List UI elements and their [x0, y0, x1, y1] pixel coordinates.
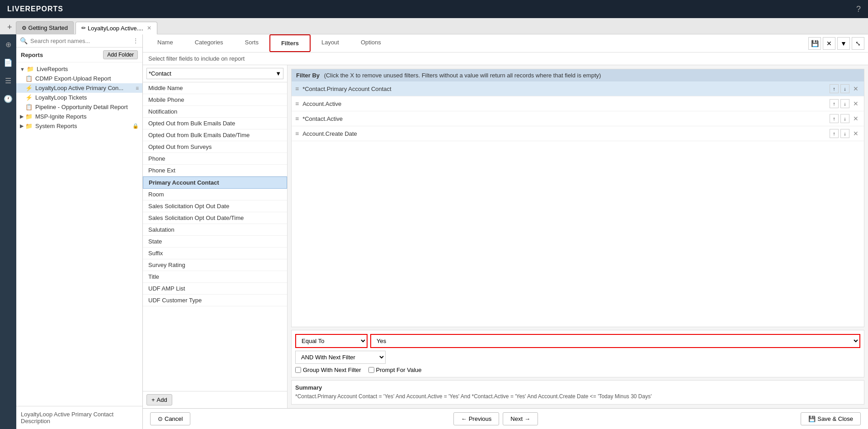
filter-down-3[interactable]: ↓	[840, 114, 849, 123]
cancel-button[interactable]: ⊙ Cancel	[150, 412, 190, 425]
sidebar-clock-icon[interactable]: 🕐	[2, 92, 14, 105]
filter-row-account-create-date[interactable]: ≡ Account.Create Date ↑ ↓ ✕	[292, 126, 864, 141]
filter-row-label-2: Account.Active	[302, 100, 826, 107]
tab-getting-started[interactable]: ⚙ Getting Started	[16, 21, 74, 34]
tree-more-loyaltyloop[interactable]: ≡	[136, 85, 139, 91]
tree-label-tickets: LoyaltyLoop Tickets	[35, 94, 139, 101]
field-list-panel: *Contact ▼ Middle Name Mobile Phone Noti…	[143, 65, 288, 408]
filter-down-1[interactable]: ↓	[840, 84, 849, 93]
field-source-dropdown[interactable]: *Contact ▼	[146, 68, 283, 79]
filter-remove-4[interactable]: ✕	[851, 129, 860, 138]
add-field-button[interactable]: + Add	[146, 394, 172, 405]
tab-bar: + ⚙ Getting Started ✏ LoyaltyLoop Active…	[0, 18, 868, 34]
filter-down-4[interactable]: ↓	[840, 129, 849, 138]
field-item-notification[interactable]: Notification	[143, 106, 287, 118]
field-source-selector: *Contact ▼	[143, 65, 287, 82]
prompt-for-value-checkbox[interactable]	[368, 367, 374, 373]
field-item-room[interactable]: Room	[143, 189, 287, 200]
tab-categories[interactable]: Categories	[184, 34, 234, 52]
group-next-filter-checkbox-label[interactable]: Group With Next Filter	[295, 367, 361, 373]
close-icon-button[interactable]: ✕	[823, 37, 835, 50]
prompt-for-value-checkbox-label[interactable]: Prompt For Value	[368, 367, 422, 373]
filter-row-contact-active[interactable]: ≡ *Contact.Active ↑ ↓ ✕	[292, 111, 864, 126]
field-item-survey-rating[interactable]: Survey Rating	[143, 259, 287, 271]
field-item-salutation[interactable]: Salutation	[143, 224, 287, 236]
filter-down-2[interactable]: ↓	[840, 99, 849, 108]
filter-next-filter-select[interactable]: AND With Next Filter OR With Next Filter	[295, 351, 386, 364]
tab-layout[interactable]: Layout	[311, 34, 350, 52]
filter-up-4[interactable]: ↑	[830, 129, 839, 138]
filter-up-2[interactable]: ↑	[830, 99, 839, 108]
tab-close-button[interactable]: ✕	[147, 25, 151, 31]
previous-button[interactable]: ← Previous	[453, 412, 500, 425]
tree-folder-icon-system: 📁	[25, 123, 33, 129]
search-input[interactable]	[30, 38, 130, 44]
tree-item-system[interactable]: ▶ 📁 System Reports 🔒	[16, 121, 142, 131]
field-list-footer: + Add	[143, 391, 287, 408]
search-more-icon[interactable]: ⋮	[132, 37, 139, 44]
field-item-udf-customer-type[interactable]: UDF Customer Type	[143, 295, 287, 306]
filter-row-label-1: *Contact.Primary Account Contact	[302, 86, 826, 92]
dropdown-icon-button[interactable]: ▼	[837, 37, 850, 50]
tree-label-loyaltyloop: LoyaltyLoop Active Primary Con...	[35, 85, 136, 91]
tab-loyaltyloop[interactable]: ✏ LoyaltyLoop Active.... ✕	[75, 22, 157, 34]
field-item-suffix[interactable]: Suffix	[143, 248, 287, 259]
add-tab-button[interactable]: +	[4, 21, 16, 34]
prompt-for-value-label: Prompt For Value	[376, 367, 422, 373]
tree-item-loyaltyloop-tickets[interactable]: ⚡ LoyaltyLoop Tickets	[16, 93, 142, 102]
filter-row-label-3: *Contact.Active	[302, 115, 826, 122]
tab-sorts[interactable]: Sorts	[234, 34, 269, 52]
field-item-mobile-phone[interactable]: Mobile Phone	[143, 94, 287, 106]
field-item-sales-sol-datetime[interactable]: Sales Solicitation Opt Out Date/Time	[143, 212, 287, 224]
filter-up-1[interactable]: ↑	[830, 84, 839, 93]
tree-item-cdmp[interactable]: 📋 CDMP Export-Upload Report	[16, 74, 142, 83]
bottom-bar: ⊙ Cancel ← Previous Next → 💾 Save & Clos…	[143, 408, 868, 429]
field-item-opted-bulk-date[interactable]: Opted Out from Bulk Emails Date	[143, 118, 287, 129]
filter-remove-3[interactable]: ✕	[851, 114, 860, 123]
filter-value-select[interactable]: Yes No	[370, 334, 860, 348]
field-item-opted-bulk-datetime[interactable]: Opted Out from Bulk Emails Date/Time	[143, 129, 287, 141]
getting-started-icon: ⚙	[22, 25, 27, 31]
sidebar-icons: ⊕ 📄 ☰ 🕐	[0, 34, 16, 429]
tab-options[interactable]: Options	[350, 34, 392, 52]
field-item-phone[interactable]: Phone	[143, 153, 287, 165]
filter-right-panel: Filter By (Click the X to remove unused …	[288, 65, 868, 408]
summary-section: Summary *Contact.Primary Account Contact…	[291, 380, 864, 405]
fullscreen-icon-button[interactable]: ⤡	[852, 37, 864, 50]
field-item-middle-name[interactable]: Middle Name	[143, 82, 287, 94]
tab-name[interactable]: Name	[146, 34, 184, 52]
tree-item-livereports[interactable]: ▼ 📁 LiveReports	[16, 64, 142, 74]
sidebar-home-icon[interactable]: ⊕	[2, 38, 14, 51]
save-close-button[interactable]: 💾 Save & Close	[801, 412, 861, 425]
add-folder-button[interactable]: Add Folder	[103, 50, 138, 59]
tree-item-pipeline[interactable]: 📋 Pipeline - Opportunity Detail Report	[16, 102, 142, 112]
filter-by-title: Filter By	[296, 72, 320, 79]
filter-up-3[interactable]: ↑	[830, 114, 839, 123]
tree-doc-icon-pipeline: 📋	[25, 104, 33, 110]
field-item-opted-surveys[interactable]: Opted Out from Surveys	[143, 141, 287, 153]
tree-item-loyaltyloop-primary[interactable]: ⚡ LoyaltyLoop Active Primary Con... ≡	[16, 83, 142, 93]
tab-filters[interactable]: Filters	[269, 34, 311, 52]
sidebar-list-icon[interactable]: ☰	[2, 74, 14, 87]
filter-row-label-4: Account.Create Date	[302, 130, 826, 137]
sidebar-doc-icon[interactable]: 📄	[2, 56, 14, 69]
filter-remove-2[interactable]: ✕	[851, 99, 860, 108]
field-item-title[interactable]: Title	[143, 271, 287, 283]
field-item-phone-ext[interactable]: Phone Ext	[143, 165, 287, 176]
field-item-state[interactable]: State	[143, 236, 287, 248]
field-item-sales-sol-date[interactable]: Sales Solicitation Opt Out Date	[143, 200, 287, 212]
cancel-label: Cancel	[165, 415, 183, 422]
save-icon-button[interactable]: 💾	[808, 37, 821, 50]
next-button[interactable]: Next →	[503, 412, 538, 425]
group-next-filter-checkbox[interactable]	[295, 367, 301, 373]
filter-remove-1[interactable]: ✕	[851, 84, 860, 93]
nav-tabs-left: Name Categories Sorts Filters Layout Opt…	[146, 34, 392, 52]
field-item-primary-account-contact[interactable]: Primary Account Contact	[143, 176, 287, 189]
help-button[interactable]: ?	[856, 5, 861, 14]
bottom-bar-right: 💾 Save & Close	[801, 412, 861, 425]
filter-operator-select[interactable]: Equal To Not Equal To Is Empty Is Not Em…	[295, 334, 368, 348]
tree-item-msp-ignite[interactable]: ▶ 📁 MSP-Ignite Reports	[16, 112, 142, 121]
filter-row-contact-primary[interactable]: ≡ *Contact.Primary Account Contact ↑ ↓ ✕	[292, 81, 864, 96]
field-item-udf-amp-list[interactable]: UDF AMP List	[143, 283, 287, 295]
filter-row-account-active[interactable]: ≡ Account.Active ↑ ↓ ✕	[292, 96, 864, 111]
